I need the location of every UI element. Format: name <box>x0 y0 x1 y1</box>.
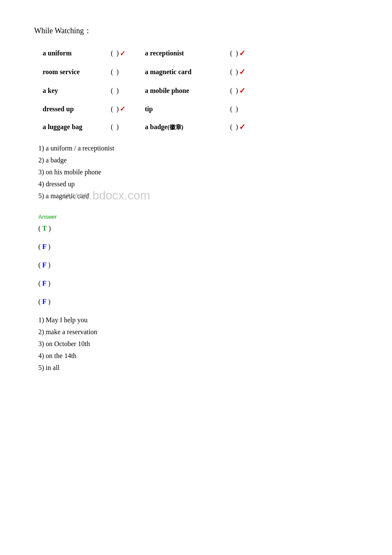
bracket-key: ( ) <box>111 87 145 95</box>
check-uniform: ✓ <box>120 49 125 58</box>
term-tip: tip <box>145 105 230 113</box>
answer-row-2: ( F ) <box>38 243 358 251</box>
term-key: a key <box>43 87 111 95</box>
vocab-row-5: a luggage bag ( ) a badge(徽章) ( ) ✓ <box>43 122 358 132</box>
numbered-item-5: 5) a magnetic card <box>38 192 89 200</box>
answer-label: Answer <box>38 214 57 220</box>
term-mobile-phone: a mobile phone <box>145 87 230 95</box>
check-badge: ✓ <box>239 122 245 132</box>
bracket-magnetic-card: ( ) ✓ <box>230 67 264 77</box>
term-luggage-bag: a luggage bag <box>43 123 111 131</box>
answer-T-1: T <box>42 225 47 232</box>
bracket-room-service: ( ) <box>111 68 145 76</box>
bracket-badge: ( ) ✓ <box>230 122 264 132</box>
bottom-list: 1) May I help you 2) make a reservation … <box>38 316 358 372</box>
answer-F-5: F <box>42 298 46 305</box>
vocab-right-2: a magnetic card ( ) ✓ <box>145 67 358 77</box>
badge-chinese: (徽章) <box>167 124 183 130</box>
bracket-mobile-phone: ( ) ✓ <box>230 86 264 95</box>
answer-row-1: ( T ) <box>38 225 358 232</box>
watermark-container: 5) a magnetic card www.bdocx.com <box>38 192 89 204</box>
vocab-right-4: tip ( ) <box>145 105 358 113</box>
answer-F-3: F <box>42 261 46 269</box>
term-room-service: room service <box>43 68 111 76</box>
term-dressed-up: dressed up <box>43 105 111 113</box>
vocab-row-3: a key ( ) a mobile phone ( ) ✓ <box>43 86 358 95</box>
answer-row-3: ( F ) <box>38 261 358 269</box>
vocab-row-4: dressed up ( ) ✓ tip ( ) <box>43 105 358 113</box>
bottom-item-5: 5) in all <box>38 364 358 372</box>
check-receptionist: ✓ <box>239 49 245 58</box>
check-magnetic-card: ✓ <box>239 67 245 77</box>
answer-F-4: F <box>42 280 46 287</box>
answer-section: Answer ( T ) ( F ) ( F ) ( F ) ( F ) <box>38 213 358 306</box>
bottom-item-1: 1) May I help you <box>38 316 358 324</box>
vocab-table: a uniform ( ) ✓ a receptionist ( ) ✓ roo… <box>43 49 358 132</box>
vocab-right-1: a receptionist ( ) ✓ <box>145 49 358 58</box>
bracket-uniform: ( ) ✓ <box>111 49 145 58</box>
vocab-right-3: a mobile phone ( ) ✓ <box>145 86 358 95</box>
vocab-row-2: room service ( ) a magnetic card ( ) ✓ <box>43 67 358 77</box>
vocab-right-5: a badge(徽章) ( ) ✓ <box>145 122 358 132</box>
bottom-item-3: 3) on October 10th <box>38 340 358 348</box>
term-badge: a badge(徽章) <box>145 123 230 131</box>
answer-row-4: ( F ) <box>38 280 358 287</box>
bracket-luggage-bag: ( ) <box>111 123 145 131</box>
bottom-item-2: 2) make a reservation <box>38 328 358 336</box>
numbered-item-4: 4) dressed up <box>38 180 358 188</box>
bracket-tip: ( ) <box>230 105 264 113</box>
answer-row-5: ( F ) <box>38 298 358 306</box>
bracket-receptionist: ( ) ✓ <box>230 49 264 58</box>
bracket-dressed-up: ( ) ✓ <box>111 105 145 113</box>
check-mobile-phone: ✓ <box>239 86 245 95</box>
section-title: While Watching： <box>34 26 358 36</box>
answer-F-2: F <box>42 243 46 250</box>
term-receptionist: a receptionist <box>145 49 230 57</box>
term-magnetic-card: a magnetic card <box>145 68 230 76</box>
check-dressed-up: ✓ <box>120 105 125 113</box>
term-uniform: a uniform <box>43 49 111 57</box>
numbered-item-1: 1) a uniform / a receptionist <box>38 145 358 152</box>
numbered-item-3: 3) on his mobile phone <box>38 168 358 176</box>
vocab-row-1: a uniform ( ) ✓ a receptionist ( ) ✓ <box>43 49 358 58</box>
numbered-item-2: 2) a badge <box>38 156 358 164</box>
bottom-item-4: 4) on the 14th <box>38 352 358 360</box>
numbered-list: 1) a uniform / a receptionist 2) a badge… <box>38 145 358 204</box>
